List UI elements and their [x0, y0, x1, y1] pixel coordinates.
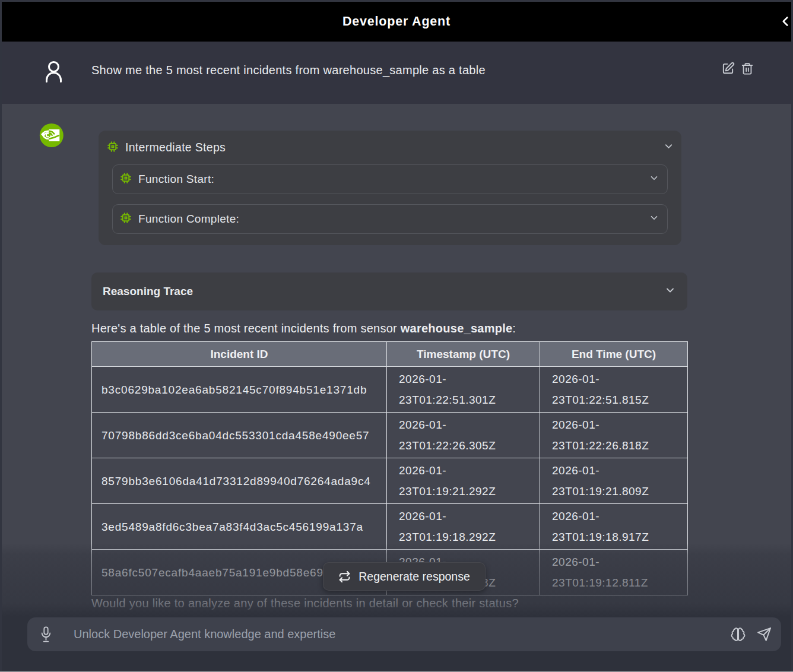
app: Developer Agent Show me the 5 most recen…	[0, 0, 793, 672]
regenerate-response-button[interactable]: Regenerate response	[323, 562, 486, 591]
repeat-icon	[338, 570, 351, 583]
table-cell: b3c0629ba102ea6ab582145c70f894b51e1371db	[92, 367, 387, 413]
function-complete-label: Function Complete:	[138, 213, 239, 226]
table-row: 3ed5489a8fd6c3bea7a83f4d3ac5c456199a137a…	[92, 504, 688, 550]
column-header: End Time (UTC)	[540, 342, 688, 367]
chevron-left-icon	[778, 22, 793, 31]
table-cell: 8579bb3e6106da41d73312d89940d76264ada9c4	[92, 458, 387, 504]
brain-icon[interactable]	[730, 627, 746, 642]
title-bar: Developer Agent	[2, 2, 791, 42]
message-actions	[721, 62, 754, 77]
table-cell: 2026-01-23T01:19:18.917Z	[540, 504, 688, 550]
microphone-icon[interactable]	[41, 626, 51, 643]
table-cell: 2026-01-23T01:22:51.301Z	[387, 367, 540, 413]
composer-row	[2, 616, 791, 671]
function-complete-step[interactable]: Function Complete:	[112, 204, 668, 234]
table-cell: 2026-01-23T01:19:12.811Z	[540, 550, 688, 595]
edit-icon	[721, 68, 735, 77]
intermediate-steps-panel: Intermediate Steps Function Start:	[99, 131, 681, 245]
incidents-table: Incident IDTimestamp (UTC)End Time (UTC)…	[91, 341, 688, 595]
intermediate-steps-label: Intermediate Steps	[125, 141, 226, 154]
trash-icon	[741, 68, 754, 77]
collapse-panel-button[interactable]	[777, 14, 793, 30]
table-cell: 3ed5489a8fd6c3bea7a83f4d3ac5c456199a137a	[92, 504, 387, 550]
followup-text: Would you like to analyze any of these i…	[91, 597, 519, 610]
chevron-down-icon	[649, 173, 659, 186]
table-cell: 2026-01-23T01:22:26.305Z	[387, 413, 540, 458]
reasoning-trace-label: Reasoning Trace	[103, 285, 193, 298]
incidents-table-header: Incident IDTimestamp (UTC)End Time (UTC)	[92, 342, 688, 367]
cpu-chip-icon	[107, 141, 118, 154]
reasoning-trace-panel[interactable]: Reasoning Trace	[91, 272, 687, 310]
table-cell: 70798b86dd3ce6ba04dc553301cda458e490ee57	[92, 413, 387, 458]
incidents-table-body: b3c0629ba102ea6ab582145c70f894b51e1371db…	[92, 367, 688, 595]
table-cell: 2026-01-23T01:19:21.809Z	[540, 458, 688, 504]
regenerate-label: Regenerate response	[359, 570, 470, 584]
chevron-down-icon	[664, 284, 676, 299]
cpu-chip-icon	[120, 213, 131, 226]
chevron-down-icon	[663, 141, 674, 154]
delete-message-button[interactable]	[741, 62, 754, 77]
page-title: Developer Agent	[342, 14, 451, 29]
function-start-step[interactable]: Function Start:	[112, 164, 668, 194]
table-cell: 2026-01-23T01:22:26.818Z	[540, 413, 688, 458]
column-header: Timestamp (UTC)	[387, 342, 540, 367]
column-header: Incident ID	[92, 342, 387, 367]
assistant-avatar-nvidia-logo	[37, 121, 66, 150]
table-row: b3c0629ba102ea6ab582145c70f894b51e1371db…	[92, 367, 688, 413]
chat-area: Intermediate Steps Function Start:	[2, 104, 791, 616]
answer-lead-text: Here's a table of the 5 most recent inci…	[91, 322, 516, 335]
table-row: 8579bb3e6106da41d73312d89940d76264ada9c4…	[92, 458, 688, 504]
table-cell: 2026-01-23T01:22:51.815Z	[540, 367, 688, 413]
user-message-text: Show me the 5 most recent incidents from…	[91, 42, 486, 104]
cpu-chip-icon	[120, 173, 131, 186]
table-row: 70798b86dd3ce6ba04dc553301cda458e490ee57…	[92, 413, 688, 458]
user-message-row: Show me the 5 most recent incidents from…	[2, 42, 791, 104]
function-start-label: Function Start:	[138, 173, 214, 186]
composer-box	[27, 617, 781, 651]
table-cell: 2026-01-23T01:19:21.292Z	[387, 458, 540, 504]
table-cell: 2026-01-23T01:19:18.292Z	[387, 504, 540, 550]
send-button[interactable]	[757, 627, 772, 642]
composer-input[interactable]	[74, 627, 730, 641]
sensor-name: warehouse_sample	[401, 322, 513, 335]
chevron-down-icon	[649, 213, 659, 226]
intermediate-steps-header[interactable]: Intermediate Steps	[99, 131, 681, 164]
edit-message-button[interactable]	[721, 62, 735, 77]
send-icon	[757, 627, 772, 642]
user-avatar-icon	[45, 61, 62, 85]
